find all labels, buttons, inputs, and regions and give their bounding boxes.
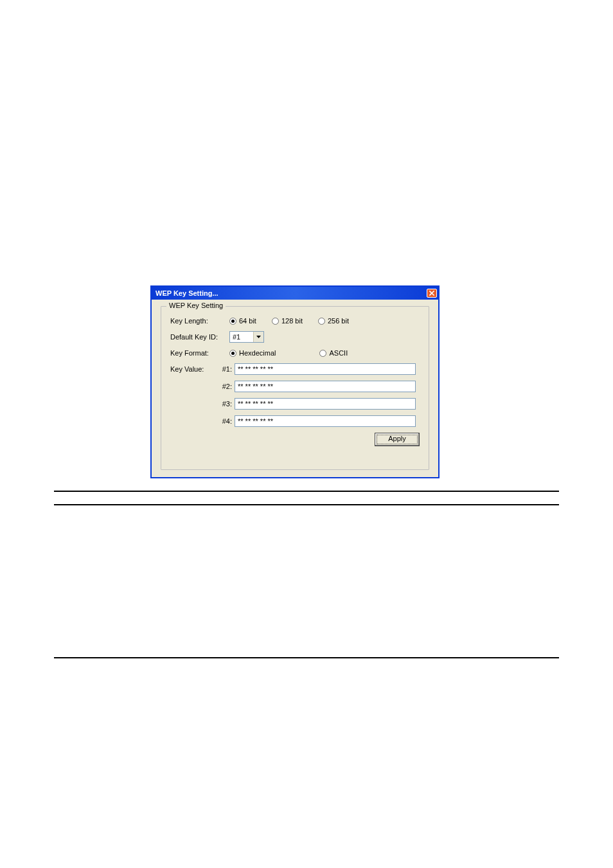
key-length-64-radio[interactable]: 64 bit [229, 317, 256, 325]
dropdown-button[interactable] [253, 332, 263, 342]
close-icon [429, 291, 434, 296]
key-4-input[interactable]: ** ** ** ** ** [235, 415, 416, 427]
default-key-id-label: Default Key ID: [169, 333, 229, 341]
key-format-row: Key Format: Hexdecimal ASCII [169, 349, 421, 357]
apply-button[interactable]: Apply [375, 433, 420, 446]
radio-icon [318, 318, 325, 325]
key-length-label: Key Length: [169, 317, 229, 325]
radio-icon [229, 350, 236, 357]
chevron-down-icon [256, 336, 261, 338]
key-2-index-label: #2: [214, 383, 235, 390]
key-3-input[interactable]: ** ** ** ** ** [235, 398, 416, 410]
close-button[interactable] [427, 289, 437, 298]
key-2-input[interactable]: ** ** ** ** ** [235, 381, 416, 392]
key-format-ascii-radio[interactable]: ASCII [319, 349, 348, 357]
key-format-hex-label: Hexdecimal [239, 349, 276, 357]
dialog-client-area: WEP Key Setting Key Length: 64 bit 128 b… [152, 300, 438, 477]
key-length-row: Key Length: 64 bit 128 bit 256 bit [169, 317, 421, 325]
default-key-id-select[interactable]: #1 [229, 331, 264, 343]
key-length-64-label: 64 bit [239, 317, 256, 325]
key-format-ascii-label: ASCII [329, 349, 348, 357]
dialog-title: WEP Key Setting... [155, 289, 218, 297]
radio-icon [229, 318, 236, 325]
wep-key-setting-dialog: WEP Key Setting... WEP Key Setting Key L… [150, 285, 440, 478]
horizontal-rule [54, 491, 559, 492]
horizontal-rule [54, 657, 559, 658]
key-value-row-3: #3: ** ** ** ** ** [169, 398, 421, 410]
key-format-label: Key Format: [169, 349, 229, 357]
key-value-row-1: Key Value: #1: ** ** ** ** ** [169, 363, 421, 375]
key-1-input[interactable]: ** ** ** ** ** [235, 363, 416, 375]
wep-key-setting-group: WEP Key Setting Key Length: 64 bit 128 b… [161, 306, 429, 470]
radio-icon [272, 318, 279, 325]
key-format-hex-radio[interactable]: Hexdecimal [229, 349, 276, 357]
default-key-id-value: #1 [230, 332, 253, 342]
apply-row: Apply [169, 433, 421, 446]
radio-icon [319, 350, 326, 357]
default-key-id-row: Default Key ID: #1 [169, 331, 421, 343]
title-bar: WEP Key Setting... [152, 287, 438, 300]
group-legend: WEP Key Setting [166, 302, 226, 309]
key-value-row-4: #4: ** ** ** ** ** [169, 415, 421, 427]
key-value-row-2: #2: ** ** ** ** ** [169, 381, 421, 392]
key-length-128-radio[interactable]: 128 bit [272, 317, 303, 325]
key-1-index-label: #1: [214, 365, 235, 373]
page: WEP Key Setting... WEP Key Setting Key L… [0, 0, 613, 868]
key-length-256-radio[interactable]: 256 bit [318, 317, 349, 325]
key-value-label: Key Value: [169, 365, 214, 373]
key-length-128-label: 128 bit [281, 317, 303, 325]
key-3-index-label: #3: [214, 400, 235, 408]
horizontal-rule [54, 504, 559, 505]
key-4-index-label: #4: [214, 417, 235, 425]
key-length-256-label: 256 bit [328, 317, 349, 325]
